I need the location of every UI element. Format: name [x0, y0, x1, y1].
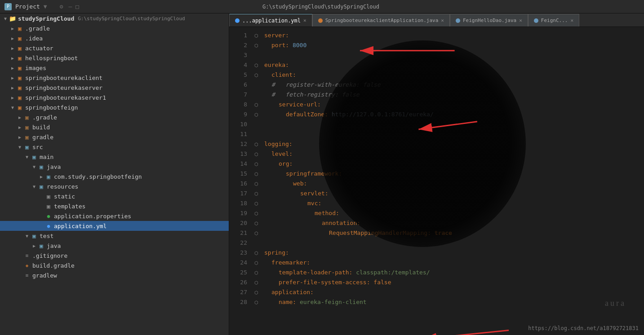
tree-label-gitignore: .gitignore	[32, 252, 67, 259]
tree-label-test-java: java	[47, 242, 61, 249]
tree-label-gradle2: gradle	[32, 134, 53, 141]
feign2-icon	[534, 18, 538, 23]
tree-item-gradle2[interactable]: ▶ ▣ gradle	[0, 132, 229, 142]
title-bar: P Project ▼ ⚙ — □ G:\studySpringCloud\st…	[0, 0, 644, 13]
folder-eurekaserver: ▣	[16, 84, 23, 91]
gear-icon[interactable]: ⚙	[60, 3, 63, 10]
tree-item-templates[interactable]: ▣ templates	[0, 201, 229, 211]
title-bar-content: P Project ▼ ⚙ — □ G:\studySpringCloud\st…	[4, 3, 379, 10]
file-icon-yml: ●	[45, 222, 52, 229]
tree-item-hellospringboot[interactable]: ▶ ▣ hellospringboot	[0, 53, 229, 63]
tree-label-build: build	[32, 124, 50, 131]
tree-item-gradle-sub[interactable]: ▶ ▣ .gradle	[0, 112, 229, 122]
arrow-gradle: ▶	[9, 26, 16, 31]
code-line-5: client:	[261, 70, 644, 80]
tab-yml-close[interactable]: ✕	[303, 18, 306, 23]
code-line-25: template-loader-path: classpath:/templat…	[261, 268, 644, 278]
file-icon-gitignore: ≡	[23, 252, 31, 259]
code-line-17: servlet:	[261, 189, 644, 198]
tree-item-build-gradle[interactable]: ◈ build.gradle	[0, 260, 229, 270]
folder-eurekaclient: ▣	[16, 74, 23, 81]
folder-build: ▣	[23, 123, 31, 131]
tree-item-resources[interactable]: ▼ ▣ resources	[0, 181, 229, 191]
code-editor[interactable]: 12345 678910 1112131415 1617181920 21222…	[229, 27, 644, 335]
arrow-root: ▼	[2, 16, 9, 21]
tab-feign2-label: FeignC...	[541, 18, 568, 23]
code-line-10	[261, 119, 644, 129]
folder-actuator: ▣	[16, 44, 23, 52]
tab-feign-close[interactable]: ✕	[519, 18, 522, 23]
main-layout: ▼ 📁 studySpringCloud G:\studySpringCloud…	[0, 13, 644, 335]
tree-label-com: com.study.springbootfeign	[54, 173, 142, 180]
tree-label-resources: resources	[47, 183, 78, 190]
tree-label-app-yml: application.yml	[54, 223, 107, 229]
code-gutter: ⬡ ⬡ ⬡ ⬡ ⬡ ⬡ ⬡ ⬡ ⬡ ⬡ ⬡ ⬡ ⬡	[252, 27, 261, 335]
tree-item-gitignore[interactable]: ≡ .gitignore	[0, 251, 229, 260]
tree-label-src: src	[32, 144, 43, 150]
tree-item-springbootfeign[interactable]: ▼ ▣ springbootfeign	[0, 102, 229, 112]
code-line-13: level:	[261, 149, 644, 159]
file-icon-gradlew: ≡	[23, 272, 31, 279]
tab-feign2[interactable]: FeignC... ✕	[528, 14, 579, 26]
tree-item-test-java[interactable]: ▶ ▣ java	[0, 241, 229, 251]
watermark-text: https://blog.csdn.net/a18792721831	[528, 325, 639, 331]
code-line-12: logging:	[261, 139, 644, 149]
tree-item-eurekaserver[interactable]: ▶ ▣ springbooteurekaserver	[0, 83, 229, 93]
code-line-19: method:	[261, 208, 644, 218]
tree-item-gradlew[interactable]: ≡ gradlew	[0, 270, 229, 280]
tree-item-test[interactable]: ▼ ▣ test	[0, 231, 229, 241]
tab-feign-dao-label: FeignHelloDao.java	[463, 18, 516, 23]
tree-item-eurekaclient[interactable]: ▶ ▣ springbooteurekaclient	[0, 73, 229, 83]
code-line-23: spring:	[261, 248, 644, 258]
tab-bar: ...application.yml ✕ Springbooteurekacli…	[229, 13, 644, 27]
tree-item-app-yml[interactable]: ● application.yml	[0, 221, 229, 231]
tab-yml[interactable]: ...application.yml ✕	[229, 14, 312, 26]
tree-item-com[interactable]: ▶ ▣ com.study.springbootfeign	[0, 172, 229, 181]
tree-label-test: test	[40, 233, 53, 239]
tree-item-app-props[interactable]: ● application.properties	[0, 211, 229, 221]
tree-item-idea[interactable]: ▶ ▣ .idea	[0, 33, 229, 43]
tree-item-build[interactable]: ▶ ▣ build	[0, 122, 229, 132]
tree-item-eurekaserver1[interactable]: ▶ ▣ springbooteurekaserver1	[0, 93, 229, 102]
java-icon	[318, 18, 323, 23]
tree-item-images[interactable]: ▶ ▣ images	[0, 63, 229, 73]
tree-item-root[interactable]: ▼ 📁 studySpringCloud G:\studySpringCloud…	[0, 13, 229, 23]
tree-item-src[interactable]: ▼ ▣ src	[0, 142, 229, 152]
folder-src: ▣	[23, 143, 31, 150]
tree-label-eurekaclient: springbooteurekaclient	[25, 75, 102, 81]
tree-label-idea: .idea	[25, 35, 43, 42]
tree-item-main[interactable]: ▼ ▣ main	[0, 152, 229, 162]
folder-main: ▣	[31, 153, 38, 160]
project-label: Project	[15, 3, 40, 10]
project-tree[interactable]: ▼ 📁 studySpringCloud G:\studySpringCloud…	[0, 13, 229, 335]
tab-feign2-close[interactable]: ✕	[570, 18, 573, 23]
folder-springbootfeign: ▣	[16, 104, 23, 111]
file-icon-props: ●	[45, 212, 52, 220]
tree-label-springbootfeign: springbootfeign	[25, 104, 78, 111]
folder-resources: ▣	[38, 183, 45, 190]
tree-label-java: java	[47, 163, 61, 170]
folder-gradle2: ▣	[23, 133, 31, 141]
tree-item-actuator[interactable]: ▶ ▣ actuator	[0, 43, 229, 53]
tree-label-gradlew: gradlew	[32, 272, 57, 279]
tree-label-templates: templates	[54, 203, 85, 210]
yml-icon	[235, 18, 240, 23]
code-line-7: # fetch-registry: false	[261, 90, 644, 100]
tab-java-close[interactable]: ✕	[441, 18, 444, 23]
tree-item-static[interactable]: ▣ static	[0, 191, 229, 201]
tree-label-app-props: application.properties	[54, 213, 131, 220]
tree-item-gradle[interactable]: ▶ ▣ .gradle	[0, 23, 229, 33]
code-line-27: application:	[261, 287, 644, 297]
tab-feign-dao[interactable]: FeignHelloDao.java ✕	[450, 14, 528, 26]
tree-label-static: static	[54, 193, 75, 200]
tree-item-java[interactable]: ▼ ▣ java	[0, 162, 229, 172]
tab-app-java[interactable]: SpringbooteurekaclientApplication.java ✕	[312, 14, 450, 26]
code-line-14: org:	[261, 159, 644, 169]
folder-images: ▣	[16, 64, 23, 71]
code-line-1: server:	[261, 31, 644, 40]
folder-static: ▣	[45, 193, 52, 200]
window-controls[interactable]: — □	[68, 3, 79, 10]
code-text: server: port: 8000 eureka: client:	[261, 27, 644, 335]
code-line-26: prefer-file-system-access: false	[261, 278, 644, 287]
folder-templates: ▣	[45, 203, 52, 210]
